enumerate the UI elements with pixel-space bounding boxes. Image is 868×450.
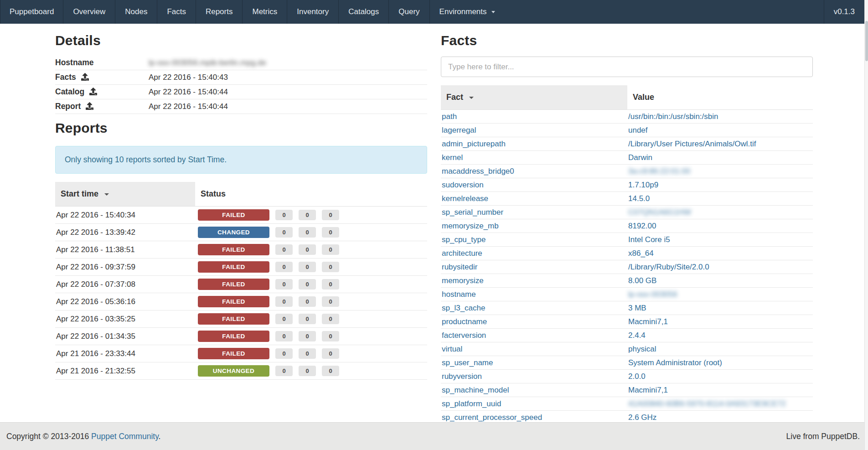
fact-name-cell: sp_machine_model [441,383,627,397]
nav-item-overview[interactable]: Overview [63,0,115,24]
fact-value-cell: /Library/Ruby/Site/2.0.0 [627,260,813,274]
report-row: Apr 22 2016 - 15:40:34FAILED000 [55,207,427,224]
fact-value: 1.7.10p9 [628,181,658,189]
scrollbar-thumb[interactable] [865,21,868,61]
fact-link-sp_platform_uuid[interactable]: sp_platform_uuid [442,399,501,408]
fact-value: physical [628,345,656,353]
report-start-time[interactable]: Apr 22 2016 - 01:34:35 [55,328,195,345]
fact-link-virtual[interactable]: virtual [442,345,462,353]
fact-link-facterversion[interactable]: facterversion [442,331,486,340]
nav-item-inventory[interactable]: Inventory [287,0,338,24]
upload-icon[interactable] [86,102,93,110]
fact-value: x86_64 [628,249,654,258]
report-start-time[interactable]: Apr 21 2016 - 21:32:55 [55,362,195,380]
count-badge: 0 [299,331,316,341]
navbar-brand[interactable]: Puppetboard [0,0,63,24]
fact-value: undef [628,126,648,134]
report-status-cell: FAILED000 [195,276,427,293]
fact-link-hostname[interactable]: hostname [442,290,476,299]
footer: Copyright © 2013-2016 Puppet Community. … [0,422,868,450]
fact-link-sp_current_processor_speed[interactable]: sp_current_processor_speed [442,413,542,422]
facts-filter-input[interactable] [441,57,813,77]
nav-item-reports[interactable]: Reports [196,0,243,24]
navbar-menu: OverviewNodesFactsReportsMetricsInventor… [63,0,429,24]
report-start-time[interactable]: Apr 22 2016 - 15:40:34 [55,207,195,224]
report-status-cell: FAILED000 [195,310,427,328]
report-row: Apr 21 2016 - 21:32:55UNCHANGED000 [55,362,427,380]
upload-icon[interactable] [89,88,97,95]
fact-link-sp_user_name[interactable]: sp_user_name [442,358,493,367]
nav-item-nodes[interactable]: Nodes [115,0,157,24]
fact-link-memorysize_mb[interactable]: memorysize_mb [442,222,499,230]
count-badge: 0 [275,227,293,238]
nav-item-facts[interactable]: Facts [157,0,196,24]
fact-value: lp-osx-003056 [628,290,677,299]
fact-row: sp_cpu_typeIntel Core i5 [441,233,813,247]
fact-link-rubyversion[interactable]: rubyversion [442,372,482,381]
fact-link-lagerregal[interactable]: lagerregal [442,126,476,134]
fact-link-architecture[interactable]: architecture [442,249,482,258]
fact-value: Macmini7,1 [628,317,668,326]
report-start-time[interactable]: Apr 22 2016 - 11:38:51 [55,241,195,259]
report-start-time[interactable]: Apr 22 2016 - 03:35:25 [55,310,195,328]
sort-caret-icon [469,97,474,99]
nav-item-metrics[interactable]: Metrics [242,0,287,24]
facts-sort-header-fact[interactable]: Fact [441,85,627,110]
fact-link-memorysize[interactable]: memorysize [442,276,484,285]
report-status-cell: UNCHANGED000 [195,362,427,380]
report-start-time[interactable]: Apr 22 2016 - 09:37:59 [55,259,195,276]
fact-row: rubyversion2.0.0 [441,370,813,383]
count-badge: 0 [299,262,316,272]
details-title: Details [55,33,427,48]
chevron-down-icon [491,11,495,13]
fact-link-kernelrelease[interactable]: kernelrelease [442,194,488,203]
count-badge: 0 [275,244,293,255]
upload-icon[interactable] [81,73,89,81]
fact-link-sp_l3_cache[interactable]: sp_l3_cache [442,304,485,312]
reports-sort-header-start-time[interactable]: Start time [55,182,195,207]
fact-link-sp_machine_model[interactable]: sp_machine_model [442,386,509,394]
reports-header-start-time-label: Start time [61,189,98,198]
left-column: Details Hostnamelp-osx-003056.mpib-berli… [48,30,434,424]
fact-link-sp_serial_number[interactable]: sp_serial_number [442,208,503,217]
fact-link-path[interactable]: path [442,112,457,121]
fact-row: path/usr/bin:/bin:/usr/sbin:/sbin [441,110,813,124]
fact-link-rubysitedir[interactable]: rubysitedir [442,263,477,271]
report-start-time[interactable]: Apr 22 2016 - 07:37:08 [55,276,195,293]
fact-row: virtualphysical [441,342,813,356]
count-badge: 0 [322,210,339,220]
report-status-cell: FAILED000 [195,241,427,259]
fact-link-macaddress_bridge0[interactable]: macaddress_bridge0 [442,167,514,176]
report-start-time[interactable]: Apr 21 2016 - 23:33:44 [55,345,195,362]
vertical-scrollbar[interactable] [864,0,868,450]
fact-value-cell: Darwin [627,151,813,165]
fact-value: 8192.00 [628,222,656,230]
fact-value-cell: physical [627,342,813,356]
fact-row: sp_serial_numberC07QN1A6G1HW [441,206,813,219]
reports-header-status[interactable]: Status [195,182,427,207]
nav-dropdown-environments[interactable]: Environments [429,0,505,24]
count-badge: 0 [299,348,316,359]
report-start-time[interactable]: Apr 22 2016 - 13:39:42 [55,224,195,241]
count-badge: 0 [299,227,316,238]
fact-row: facterversion2.4.4 [441,329,813,342]
report-status-cell: FAILED000 [195,293,427,310]
fact-row: productnameMacmini7,1 [441,315,813,329]
fact-name-cell: sp_serial_number [441,206,627,219]
copyright-prefix: Copyright © 2013-2016 [6,432,91,441]
reports-table: Start time Status Apr 22 2016 - 15:40:34… [55,182,427,380]
puppet-community-link[interactable]: Puppet Community [91,432,159,441]
facts-header-value[interactable]: Value [627,85,813,110]
status-badge: FAILED [198,313,269,325]
fact-link-sudoversion[interactable]: sudoversion [442,181,484,189]
nav-item-query[interactable]: Query [388,0,429,24]
fact-value: System Administrator (root) [628,358,722,367]
nav-item-catalogs[interactable]: Catalogs [338,0,388,24]
fact-value-cell: /usr/bin:/bin:/usr/sbin:/sbin [627,110,813,124]
fact-link-kernel[interactable]: kernel [442,153,463,162]
copyright-text: Copyright © 2013-2016 Puppet Community. [6,432,160,441]
fact-link-sp_cpu_type[interactable]: sp_cpu_type [442,235,486,244]
fact-link-productname[interactable]: productname [442,317,487,326]
report-start-time[interactable]: Apr 22 2016 - 05:36:16 [55,293,195,310]
fact-link-admin_picturepath[interactable]: admin_picturepath [442,140,506,148]
